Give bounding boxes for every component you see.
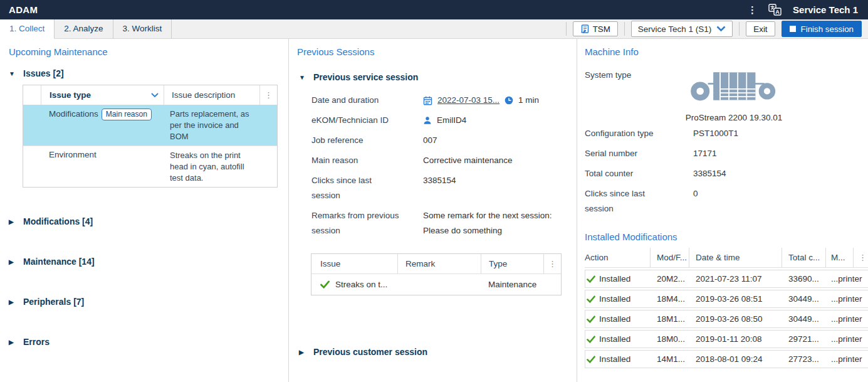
toolbar-separator bbox=[739, 22, 740, 36]
configuration-type-value: PST1000T1 bbox=[693, 126, 867, 141]
panel-title-machine-info: Machine Info bbox=[585, 46, 868, 57]
toolbar-separator bbox=[624, 22, 625, 36]
section-errors[interactable]: ▶ Errors bbox=[9, 334, 280, 349]
machine-clicks-value: 0 bbox=[693, 186, 867, 216]
installed-table-header: Action Mod/F... Date & time Total c... M… bbox=[585, 248, 868, 268]
tab-collect[interactable]: 1. Collect bbox=[0, 19, 55, 39]
column-header-issue-description: Issue description bbox=[164, 85, 259, 105]
table-menu-icon[interactable]: ⋮ bbox=[859, 253, 867, 262]
column-header-type: Type bbox=[481, 254, 543, 273]
tab-worklist[interactable]: 3. Worklist bbox=[113, 19, 172, 38]
stop-square-icon bbox=[790, 26, 796, 32]
total-counter-value: 3385154 bbox=[693, 166, 867, 181]
column-header-action: Action bbox=[585, 248, 650, 267]
table-menu-icon[interactable]: ⋮ bbox=[264, 91, 273, 99]
installed-mod-row[interactable]: Installed 18M4... 2019-03-26 08:51 30449… bbox=[585, 290, 868, 308]
tsm-button-label: TSM bbox=[593, 24, 610, 34]
upcoming-maintenance-panel: Upcoming Maintenance ▼ Issues [2] Issue … bbox=[0, 39, 289, 382]
column-header-total-counter: Total c... bbox=[782, 248, 825, 267]
field-main-reason: Main reason Corrective maintenance bbox=[311, 153, 563, 168]
collapse-triangle-icon: ▼ bbox=[9, 70, 15, 77]
table-menu-icon[interactable]: ⋮ bbox=[548, 260, 557, 268]
previous-customer-session-label: Previous customer session bbox=[313, 347, 427, 357]
session-date-link[interactable]: 2022-07-03 15... bbox=[437, 93, 499, 108]
panel-title-upcoming-maintenance: Upcoming Maintenance bbox=[9, 46, 280, 57]
section-previous-service-session[interactable]: ▼ Previous service session bbox=[297, 70, 569, 85]
issue-row-modifications[interactable]: ModificationsMain reason Parts replaceme… bbox=[23, 105, 277, 146]
issue-type-value: Environment bbox=[41, 149, 164, 184]
section-peripherals[interactable]: ▶ Peripherals [7] bbox=[9, 294, 280, 309]
issue-description-value: Streaks on the print head in cyan, autof… bbox=[164, 149, 261, 184]
field-clicks-since-last-session: Clicks since last session 3385154 bbox=[311, 173, 563, 203]
column-header-mod: Mod/F... bbox=[650, 248, 689, 267]
section-errors-label: Errors bbox=[23, 337, 50, 347]
section-modifications[interactable]: ▶ Modifications [4] bbox=[9, 214, 280, 229]
previous-sessions-panel: Previous Sessions ▼ Previous service ses… bbox=[289, 39, 577, 382]
session-type-value: Maintenance bbox=[481, 280, 543, 289]
person-icon bbox=[423, 116, 432, 125]
expand-triangle-icon: ▶ bbox=[299, 349, 305, 356]
session-issues-table-header: Issue Remark Type ⋮ bbox=[311, 254, 561, 273]
session-issue-row[interactable]: Streaks on t... Maintenance bbox=[311, 273, 561, 295]
check-icon bbox=[587, 295, 595, 303]
check-icon bbox=[587, 336, 595, 343]
field-date-and-duration: Date and duration 2022-07-03 15... bbox=[311, 93, 563, 108]
installed-mod-row[interactable]: Installed 20M2... 2021-07-23 11:07 33690… bbox=[585, 270, 868, 288]
installed-mod-row[interactable]: Installed 14M1... 2018-08-01 09:24 27723… bbox=[585, 350, 868, 368]
installed-modifications-title: Installed Modifications bbox=[585, 231, 868, 242]
tsm-button[interactable]: TSM bbox=[573, 21, 618, 36]
installed-mod-row[interactable]: Installed 18M0... 2019-01-11 20:08 29721… bbox=[585, 330, 868, 348]
expand-triangle-icon: ▶ bbox=[9, 258, 15, 265]
tab-analyze[interactable]: 2. Analyze bbox=[55, 19, 113, 38]
issues-table: Issue type Issue description ⋮ Modificat… bbox=[23, 85, 278, 188]
section-maintenance[interactable]: ▶ Maintenance [14] bbox=[9, 254, 280, 269]
column-header-issue-type[interactable]: Issue type bbox=[41, 85, 164, 105]
section-previous-customer-session[interactable]: ▶ Previous customer session bbox=[297, 344, 569, 359]
current-user-label: Service Tech 1 bbox=[793, 4, 858, 15]
field-remarks: Remarks from previous session Some remar… bbox=[311, 208, 563, 238]
app-title: ADAM bbox=[9, 4, 38, 15]
issues-table-header: Issue type Issue description ⋮ bbox=[23, 85, 277, 105]
calendar-icon bbox=[423, 96, 432, 105]
expand-triangle-icon: ▶ bbox=[9, 339, 15, 346]
clock-icon bbox=[505, 96, 513, 105]
expand-triangle-icon: ▶ bbox=[9, 218, 15, 225]
issue-type-value: Modifications bbox=[49, 109, 98, 119]
column-header-remark: Remark bbox=[397, 254, 481, 273]
main-reason-value: Corrective maintenance bbox=[423, 153, 563, 168]
press-machine-icon bbox=[687, 68, 781, 104]
overflow-menu-icon[interactable]: ⋮ bbox=[748, 5, 757, 14]
section-maintenance-label: Maintenance [14] bbox=[23, 257, 95, 267]
finish-session-label: Finish session bbox=[801, 24, 854, 34]
installed-modifications-table: Action Mod/F... Date & time Total c... M… bbox=[585, 248, 868, 368]
section-issues[interactable]: ▼ Issues [2] bbox=[9, 66, 280, 81]
field-serial-number: Serial number 17171 bbox=[585, 146, 867, 161]
field-system-type: System type bbox=[585, 68, 867, 122]
section-peripherals-label: Peripherals [7] bbox=[23, 297, 84, 307]
session-duration-value: 1 min bbox=[518, 93, 539, 108]
svg-text:A: A bbox=[775, 9, 780, 15]
field-total-counter: Total counter 3385154 bbox=[585, 166, 867, 181]
issue-row-environment[interactable]: Environment Streaks on the print head in… bbox=[23, 146, 277, 187]
remarks-value: Some remark for the next session: Please… bbox=[423, 208, 563, 238]
finish-session-button[interactable]: Finish session bbox=[782, 21, 862, 37]
role-selector-dropdown[interactable]: Service Tech 1 (S1) bbox=[631, 21, 733, 37]
check-icon bbox=[587, 356, 595, 363]
filter-chevron-icon[interactable] bbox=[151, 93, 159, 98]
field-technician-id: eKOM/Technician ID EmilID4 bbox=[311, 113, 563, 128]
field-configuration-type: Configuration type PST1000T1 bbox=[585, 126, 867, 141]
session-issue-value: Streaks on t... bbox=[335, 280, 387, 289]
system-type-value: ProStream 2200 19.30.01 bbox=[686, 113, 783, 122]
check-icon bbox=[587, 275, 595, 283]
chevron-down-icon bbox=[716, 26, 726, 32]
exit-button[interactable]: Exit bbox=[746, 21, 775, 36]
serial-number-value: 17171 bbox=[693, 146, 867, 161]
panel-title-previous-sessions: Previous Sessions bbox=[297, 46, 569, 57]
tsm-document-icon bbox=[580, 24, 589, 34]
issue-description-value: Parts replacement, as per the invoice an… bbox=[164, 108, 261, 142]
clicks-value: 3385154 bbox=[423, 173, 563, 203]
field-clicks-since-last-session: Clicks since last session 0 bbox=[585, 186, 867, 216]
translate-icon[interactable]: A bbox=[768, 4, 782, 16]
installed-mod-row[interactable]: Installed 18M1... 2019-03-26 08:50 30449… bbox=[585, 310, 868, 328]
toolbar-separator bbox=[566, 22, 567, 36]
